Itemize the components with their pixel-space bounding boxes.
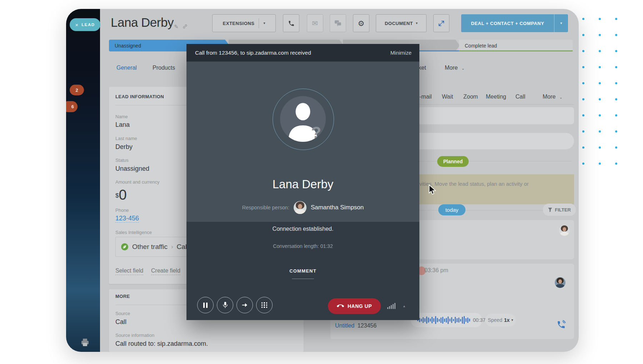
- responsible-label: Responsible person:: [242, 205, 289, 210]
- decor-dot: [599, 82, 601, 84]
- field-label: Name: [115, 114, 128, 119]
- caller-avatar-placeholder: ?: [280, 96, 326, 142]
- tab-products[interactable]: Products: [153, 65, 175, 71]
- playback-speed-control[interactable]: Speed 1x ▾: [485, 314, 516, 326]
- decor-dot: [582, 18, 584, 20]
- call-modal: Call from 123456, to sip.zadarma.com rec…: [186, 44, 419, 320]
- close-icon[interactable]: ×: [75, 22, 78, 28]
- field-value: Call: [115, 318, 126, 326]
- edit-pencil-icon[interactable]: ✎: [174, 24, 179, 29]
- app-window: × LEAD 2 6 Lana Derby ✎ EXTENSIONS ▾ ✉ ⚙: [66, 9, 579, 352]
- settings-button[interactable]: ⚙: [353, 14, 369, 32]
- hang-up-button[interactable]: HANG UP: [328, 298, 381, 314]
- traffic-source: Other traffic: [132, 243, 168, 251]
- stage-complete-lead[interactable]: Complete lead: [459, 40, 573, 51]
- field-label: Source: [115, 311, 130, 316]
- chevron-down-icon: ▾: [512, 318, 513, 322]
- lead-slider-tab[interactable]: × LEAD: [70, 18, 100, 31]
- decor-dot: [615, 98, 617, 100]
- filter-button[interactable]: FILTER: [543, 204, 576, 216]
- chat-button[interactable]: [330, 14, 346, 32]
- activity-tab-wait[interactable]: Wait: [442, 94, 453, 100]
- forward-arrow-icon: [241, 302, 248, 308]
- deal-contact-company-button[interactable]: DEAL + CONTACT + COMPANY ▾: [461, 14, 568, 32]
- responsible-name: Samantha Simpson: [311, 204, 364, 211]
- chat-bubbles-icon: [334, 20, 342, 26]
- field-value: Unassigned: [115, 165, 149, 173]
- notification-badge[interactable]: 2: [70, 85, 84, 95]
- print-icon[interactable]: [80, 338, 90, 349]
- hint-banner: [417, 174, 574, 204]
- phone-field: 123-456: [115, 215, 139, 222]
- select-field-link[interactable]: Select field: [115, 268, 143, 275]
- microphone-icon: [222, 301, 228, 309]
- record-number: 123456: [358, 323, 377, 329]
- activity-tab-meeting[interactable]: Meeting: [486, 94, 506, 100]
- today-badge: today: [438, 204, 465, 215]
- decor-dot: [615, 18, 617, 20]
- gear-icon: ⚙: [358, 20, 365, 27]
- decor-dot: [599, 146, 601, 149]
- decor-dot: [582, 114, 584, 116]
- untitled-link[interactable]: Untitled: [335, 323, 354, 329]
- decor-dot: [582, 82, 584, 84]
- amount-value: $0: [115, 187, 127, 203]
- screenshot-root: × LEAD 2 6 Lana Derby ✎ EXTENSIONS ▾ ✉ ⚙: [0, 0, 643, 364]
- decor-dot: [615, 82, 617, 84]
- dialpad-icon: [261, 302, 268, 308]
- planned-badge: Planned: [437, 156, 469, 167]
- caller-name: Lana Derby: [186, 178, 419, 191]
- tab-general[interactable]: General: [116, 65, 137, 71]
- chevron-down-icon[interactable]: ▾: [554, 21, 568, 25]
- timeline-card[interactable]: [417, 220, 574, 259]
- decor-dot: [615, 146, 617, 149]
- transfer-button[interactable]: [236, 297, 253, 313]
- decor-dot: [599, 50, 601, 52]
- decor-dot: [582, 146, 584, 149]
- chevron-down-icon[interactable]: ▾: [263, 21, 265, 25]
- document-button[interactable]: DOCUMENT ▾: [376, 14, 427, 32]
- copy-link-icon[interactable]: [183, 24, 188, 30]
- call-modal-header: Call from 123456, to sip.zadarma.com rec…: [186, 44, 419, 62]
- call-button[interactable]: [283, 14, 299, 32]
- comment-button[interactable]: COMMENT: [186, 268, 419, 274]
- pause-icon: [203, 303, 208, 308]
- funnel-icon: [548, 208, 552, 212]
- phone-link[interactable]: 123-456: [115, 215, 139, 223]
- open-fullscreen-button[interactable]: [433, 14, 449, 32]
- responsible-avatar: [294, 201, 306, 214]
- signal-quality-indicator[interactable]: [387, 303, 395, 309]
- activity-tab-more[interactable]: More ⌄: [543, 94, 562, 100]
- hold-button[interactable]: [197, 297, 214, 313]
- audio-waveform[interactable]: [417, 315, 470, 325]
- decor-dot: [599, 98, 601, 100]
- avatar: [555, 277, 565, 288]
- notification-badge[interactable]: 6: [66, 101, 78, 112]
- activity-tab-email-partial[interactable]: -mail: [419, 94, 432, 100]
- page-title: Lana Derby: [111, 15, 174, 30]
- dialpad-button[interactable]: [256, 297, 273, 313]
- chevron-down-icon: ⌄: [559, 95, 562, 99]
- minimize-button[interactable]: Minimize: [390, 50, 412, 56]
- document-label: DOCUMENT: [385, 21, 413, 26]
- mute-button[interactable]: [217, 297, 233, 313]
- email-button[interactable]: ✉: [307, 14, 323, 32]
- chevron-up-icon[interactable]: ▲: [403, 304, 406, 308]
- tab-more[interactable]: More ⌄: [445, 65, 464, 71]
- audio-player[interactable]: 00:37: [411, 313, 482, 327]
- create-field-link[interactable]: Create field: [151, 268, 180, 275]
- decor-dot: [599, 130, 601, 133]
- responsible-row: Responsible person: Samantha Simpson: [186, 201, 419, 214]
- audio-duration: 00:37: [473, 317, 485, 323]
- field-label: Sales Intelligence: [115, 230, 152, 235]
- activity-tab-call[interactable]: Call: [515, 94, 525, 100]
- decor-dot: [615, 66, 617, 68]
- field-label: Amount and currency: [115, 179, 160, 185]
- activity-tab-zoom[interactable]: Zoom: [463, 94, 478, 100]
- decor-dot: [582, 163, 584, 165]
- activity-compose-box[interactable]: [418, 107, 574, 124]
- extensions-label: EXTENSIONS: [223, 21, 255, 26]
- extensions-button[interactable]: EXTENSIONS ▾: [212, 14, 276, 32]
- chevron-right-icon: ›: [171, 243, 173, 250]
- field-label: Last name: [115, 136, 137, 141]
